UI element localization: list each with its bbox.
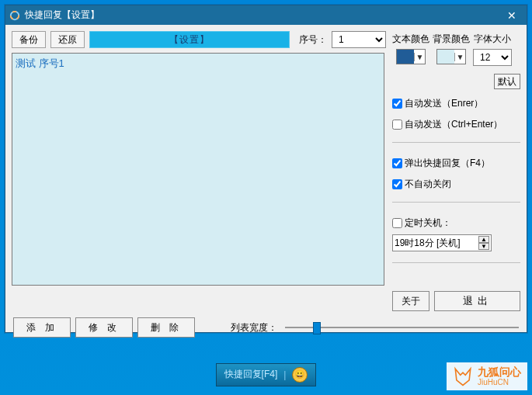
fox-icon	[453, 366, 473, 386]
add-button[interactable]: 添 加	[13, 317, 71, 338]
right-panel: 文本颜色 ▼ 背景颜色 ▼ 字体大小 12	[392, 53, 520, 311]
content-textarea[interactable]	[12, 53, 384, 286]
app-icon	[9, 10, 20, 21]
divider	[392, 262, 520, 263]
close-button[interactable]: ✕	[501, 5, 523, 25]
popup-f4-label: 弹出快捷回复（F4）	[405, 157, 490, 170]
auto-send-ctrl-checkbox[interactable]	[392, 120, 402, 130]
brand-cn: 九狐问心	[478, 366, 521, 378]
spin-down-icon[interactable]: ▼	[478, 243, 489, 250]
text-color-label: 文本颜色	[392, 33, 429, 46]
smiley-icon: 😀	[292, 367, 308, 383]
text-color-picker[interactable]: ▼	[396, 49, 426, 64]
auto-send-enter-row[interactable]: 自动发送（Enrer）	[392, 97, 520, 110]
chevron-down-icon: ▼	[454, 53, 465, 61]
no-auto-close-row[interactable]: 不自动关闭	[392, 178, 520, 191]
edit-button[interactable]: 修 改	[75, 317, 133, 338]
taskbar-label: 快捷回复[F4]	[224, 368, 278, 381]
brand-badge[interactable]: 九狐问心 JiuHuCN	[447, 362, 527, 390]
divider	[392, 142, 520, 143]
backup-button[interactable]: 备份	[12, 31, 46, 48]
list-width-slider[interactable]	[285, 321, 519, 334]
brand-en: JiuHuCN	[478, 378, 521, 386]
about-button[interactable]: 关于	[392, 291, 429, 311]
spin-up-icon[interactable]: ▲	[478, 236, 489, 243]
settings-button[interactable]: 【设置】	[89, 31, 290, 48]
seq-select[interactable]: 1	[332, 31, 386, 48]
no-auto-close-label: 不自动关闭	[405, 178, 451, 191]
window-title: 快捷回复【设置】	[25, 9, 501, 22]
slider-thumb[interactable]	[313, 322, 321, 334]
font-size-label: 字体大小	[474, 33, 511, 46]
timed-shutdown-label: 定时关机：	[405, 217, 451, 230]
auto-send-ctrl-label: 自动发送（Ctrl+Enter）	[405, 118, 502, 131]
shutdown-time-value: 19时18分 [关机]	[395, 237, 478, 250]
app-window: 快捷回复【设置】 ✕ 备份 还原 【设置】 序号： 1 文本颜色 ▼ 背景颜色	[5, 5, 527, 333]
title-bar[interactable]: 快捷回复【设置】 ✕	[5, 5, 527, 25]
chevron-down-icon: ▼	[414, 53, 425, 61]
seq-label: 序号：	[299, 33, 327, 47]
default-button[interactable]: 默认	[494, 74, 520, 89]
taskbar: 快捷回复[F4] | 😀 九狐问心 JiuHuCN	[0, 354, 532, 395]
main-area: 文本颜色 ▼ 背景颜色 ▼ 字体大小 12	[5, 53, 527, 311]
auto-send-enter-checkbox[interactable]	[392, 99, 402, 109]
list-width-label: 列表宽度：	[231, 321, 277, 334]
delete-button[interactable]: 删 除	[137, 317, 195, 338]
timed-shutdown-checkbox[interactable]	[392, 218, 402, 228]
bg-color-picker[interactable]: ▼	[436, 49, 466, 64]
taskbar-button[interactable]: 快捷回复[F4] | 😀	[216, 363, 317, 386]
divider	[392, 202, 520, 203]
bg-color-label: 背景颜色	[433, 33, 470, 46]
bottom-bar: 添 加 修 改 删 除 列表宽度：	[5, 311, 527, 344]
exit-button[interactable]: 退出	[434, 291, 520, 311]
auto-send-ctrl-row[interactable]: 自动发送（Ctrl+Enter）	[392, 118, 520, 131]
timed-shutdown-row[interactable]: 定时关机：	[392, 217, 520, 230]
popup-f4-row[interactable]: 弹出快捷回复（F4）	[392, 157, 520, 170]
restore-button[interactable]: 还原	[50, 31, 85, 48]
font-size-select[interactable]: 12	[473, 49, 512, 66]
shutdown-time-input[interactable]: 19时18分 [关机] ▲ ▼	[392, 234, 492, 251]
auto-send-enter-label: 自动发送（Enrer）	[405, 97, 483, 110]
popup-f4-checkbox[interactable]	[392, 158, 402, 168]
no-auto-close-checkbox[interactable]	[392, 179, 402, 189]
